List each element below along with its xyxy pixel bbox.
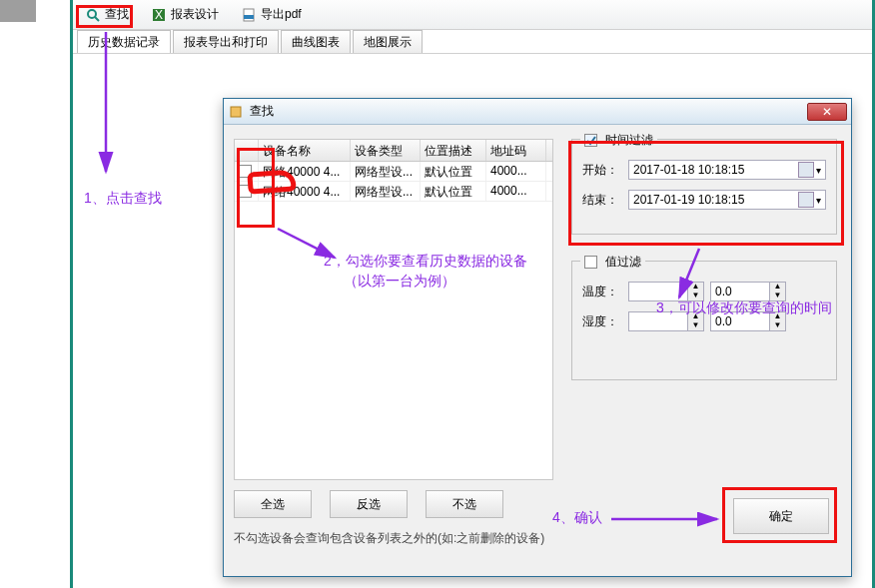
chevron-down-icon[interactable]: ▾	[816, 195, 821, 206]
ok-button[interactable]: 确定	[733, 498, 829, 534]
hum-high-input[interactable]: ▲▼	[710, 311, 786, 331]
table-row[interactable]: 网络40000 4... 网络型设... 默认位置 4000...	[235, 182, 552, 202]
tab-history[interactable]: 历史数据记录	[77, 30, 171, 53]
hum-high-field[interactable]	[710, 311, 770, 331]
th-name[interactable]: 设备名称	[259, 140, 351, 161]
cell-name: 网络40000 4...	[259, 162, 351, 181]
export-pdf-toolbar-button[interactable]: 导出pdf	[235, 4, 308, 25]
cell-loc: 默认位置	[421, 182, 486, 201]
temp-low-input[interactable]: ▲▼	[628, 282, 704, 301]
tab-chart[interactable]: 曲线图表	[281, 30, 351, 53]
legend-text: 时间过滤	[605, 132, 653, 149]
chevron-down-icon[interactable]: ▾	[816, 165, 821, 176]
export-pdf-label: 导出pdf	[261, 6, 302, 23]
end-value: 2017-01-19 10:18:15	[633, 193, 798, 207]
spinner[interactable]: ▲▼	[688, 311, 704, 331]
tab-label: 报表导出和打印	[184, 35, 268, 49]
search-toolbar-button[interactable]: 查找	[79, 4, 135, 25]
th-type[interactable]: 设备类型	[351, 140, 421, 161]
start-label: 开始：	[582, 162, 622, 179]
spinner[interactable]: ▲▼	[688, 282, 704, 301]
value-filter-legend[interactable]: 值过滤	[580, 254, 645, 271]
main-area: 查找 X 报表设计 导出pdf 历史数据记录 报表导出和打印 曲线图表 地图展示	[70, 0, 875, 588]
select-all-button[interactable]: 全选	[234, 490, 312, 518]
tab-label: 历史数据记录	[88, 35, 160, 49]
tab-label: 地图展示	[364, 35, 412, 49]
start-row: 开始： 2017-01-18 10:18:15 ▾	[582, 160, 826, 180]
temp-row: 温度： ▲▼ ▲▼	[582, 282, 826, 301]
tab-label: 曲线图表	[292, 35, 340, 49]
th-check	[235, 140, 259, 161]
start-value: 2017-01-18 10:18:15	[633, 163, 798, 177]
dialog-icon	[228, 104, 244, 120]
temp-high-input[interactable]: ▲▼	[710, 282, 786, 301]
canvas: 查找 ✕ 设备名称 设备类型 位置描述 地址码	[73, 54, 872, 588]
th-addr[interactable]: 地址码	[486, 140, 546, 161]
cell-loc: 默认位置	[421, 162, 486, 181]
left-gutter	[0, 0, 36, 22]
temp-low-field[interactable]	[628, 282, 688, 301]
hum-row: 湿度： ▲▼ ▲▼	[582, 311, 826, 331]
hum-low-field[interactable]	[628, 311, 688, 331]
cell-name: 网络40000 4...	[259, 182, 351, 201]
invert-select-button[interactable]: 反选	[330, 490, 408, 518]
dialog-close-button[interactable]: ✕	[807, 103, 847, 121]
hum-low-input[interactable]: ▲▼	[628, 311, 704, 331]
th-loc[interactable]: 位置描述	[421, 140, 486, 161]
tab-export-print[interactable]: 报表导出和打印	[173, 30, 279, 53]
svg-point-0	[88, 10, 96, 18]
select-none-button[interactable]: 不选	[426, 490, 503, 518]
start-datetime-field[interactable]: 2017-01-18 10:18:15 ▾	[628, 160, 826, 180]
search-label: 查找	[105, 6, 129, 23]
pdf-icon	[241, 7, 257, 23]
end-label: 结束：	[582, 192, 622, 209]
checkbox-icon[interactable]	[239, 185, 252, 198]
temp-high-field[interactable]	[710, 282, 770, 301]
report-design-toolbar-button[interactable]: X 报表设计	[145, 4, 225, 25]
selection-buttons: 全选 反选 不选	[234, 490, 503, 518]
cell-type: 网络型设...	[351, 182, 421, 201]
svg-rect-5	[244, 15, 254, 19]
cell-addr: 4000...	[486, 182, 546, 201]
app-root: { "toolbar": { "search_label": "查找", "re…	[0, 0, 875, 588]
row-check[interactable]	[235, 182, 259, 201]
dialog-titlebar[interactable]: 查找 ✕	[224, 99, 851, 125]
end-datetime-field[interactable]: 2017-01-19 10:18:15 ▾	[628, 190, 826, 210]
search-icon	[85, 7, 101, 23]
svg-rect-6	[231, 107, 241, 117]
time-filter-legend[interactable]: 时间过滤	[580, 132, 657, 149]
svg-line-1	[95, 17, 99, 21]
hum-label: 湿度：	[582, 313, 622, 330]
legend-text: 值过滤	[605, 254, 641, 271]
footer-note: 不勾选设备会查询包含设备列表之外的(如:之前删除的设备)	[234, 530, 544, 547]
cell-type: 网络型设...	[351, 162, 421, 181]
time-filter-group: 时间过滤 开始： 2017-01-18 10:18:15 ▾ 结束：	[571, 139, 837, 235]
dialog-title-text: 查找	[250, 103, 807, 120]
table-header: 设备名称 设备类型 位置描述 地址码	[235, 140, 552, 162]
calendar-icon[interactable]	[798, 162, 814, 178]
dialog-body: 设备名称 设备类型 位置描述 地址码 网络40000 4... 网络型设... …	[224, 125, 851, 576]
cell-addr: 4000...	[486, 162, 546, 181]
search-dialog: 查找 ✕ 设备名称 设备类型 位置描述 地址码	[223, 98, 852, 577]
tab-map[interactable]: 地图展示	[353, 30, 423, 53]
report-design-label: 报表设计	[171, 6, 219, 23]
end-row: 结束： 2017-01-19 10:18:15 ▾	[582, 190, 826, 210]
row-check[interactable]	[235, 162, 259, 181]
calendar-icon[interactable]	[798, 192, 814, 208]
checkbox-icon[interactable]	[239, 165, 252, 178]
close-icon: ✕	[822, 105, 832, 119]
toolbar: 查找 X 报表设计 导出pdf	[73, 0, 872, 30]
table-row[interactable]: 网络40000 4... 网络型设... 默认位置 4000...	[235, 162, 552, 182]
checkbox-icon[interactable]	[584, 256, 597, 269]
temp-label: 温度：	[582, 284, 622, 300]
checkbox-icon[interactable]	[584, 134, 597, 147]
excel-icon: X	[151, 7, 167, 23]
device-table: 设备名称 设备类型 位置描述 地址码 网络40000 4... 网络型设... …	[234, 139, 553, 480]
spinner[interactable]: ▲▼	[770, 311, 786, 331]
value-filter-group: 值过滤 温度： ▲▼ ▲▼ 湿度： ▲▼ ▲▼	[571, 261, 837, 380]
svg-text:X: X	[155, 8, 163, 22]
tab-bar: 历史数据记录 报表导出和打印 曲线图表 地图展示	[73, 30, 872, 54]
spinner[interactable]: ▲▼	[770, 282, 786, 301]
